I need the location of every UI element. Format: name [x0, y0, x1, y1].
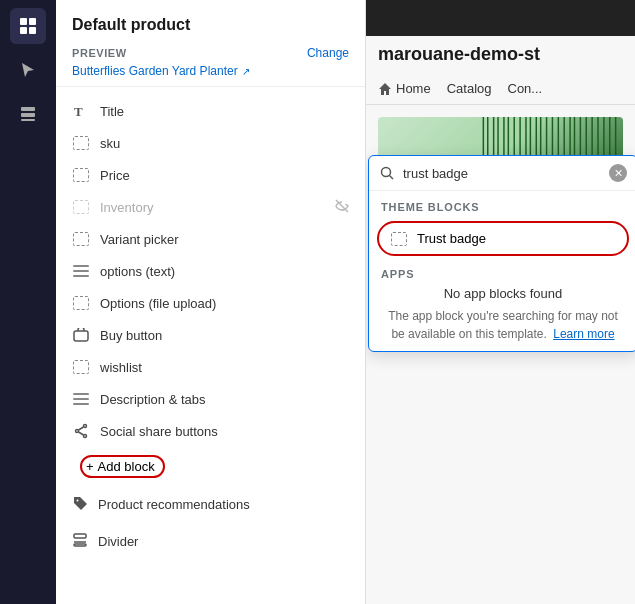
svg-line-12 [79, 427, 84, 430]
divider-icon [72, 532, 88, 551]
sidebar-title: Default product [72, 16, 349, 34]
list-item-wishlist[interactable]: wishlist [56, 351, 365, 383]
no-app-blocks-desc: The app block you're searching for may n… [381, 307, 625, 343]
svg-rect-15 [74, 534, 86, 538]
lines-icon-desc [72, 390, 90, 408]
svg-rect-2 [20, 27, 27, 34]
svg-point-43 [382, 168, 391, 177]
no-app-blocks-title: No app blocks found [381, 286, 625, 301]
buy-button-icon [72, 326, 90, 344]
search-input[interactable] [403, 166, 601, 181]
left-navigation [0, 0, 56, 604]
inventory-label: Inventory [100, 200, 153, 215]
section-item-divider[interactable]: Divider [56, 523, 365, 560]
svg-rect-5 [21, 113, 35, 117]
dashed-box-icon-file [72, 294, 90, 312]
nav-home[interactable]: Home [378, 81, 431, 96]
svg-line-13 [79, 432, 84, 435]
dashed-box-icon-price [72, 166, 90, 184]
list-item-sku[interactable]: sku [56, 127, 365, 159]
svg-text:T: T [74, 104, 83, 119]
search-overlay: ✕ THEME BLOCKS Trust badge APPS No app b… [368, 155, 635, 352]
sidebar-header: Default product PREVIEW Change Butterfli… [56, 0, 365, 87]
sku-label: sku [100, 136, 120, 151]
description-tabs-label: Description & tabs [100, 392, 206, 407]
section-item-product-recommendations[interactable]: Product recommendations [56, 486, 365, 523]
dashed-box-icon-sku [72, 134, 90, 152]
theme-blocks-label: THEME BLOCKS [369, 191, 635, 217]
apps-section-label: APPS [381, 268, 625, 280]
sidebar-list: T Title sku Price Inventory [56, 87, 365, 604]
product-name-text: Butterflies Garden Yard Planter [72, 64, 238, 78]
buy-button-label: Buy button [100, 328, 162, 343]
nav-home-label: Home [396, 81, 431, 96]
list-item-options-text[interactable]: options (text) [56, 255, 365, 287]
svg-point-9 [84, 425, 87, 428]
preview-topbar [366, 0, 635, 36]
apps-section: APPS No app blocks found The app block y… [369, 260, 635, 351]
list-item-price[interactable]: Price [56, 159, 365, 191]
trust-badge-label: Trust badge [417, 231, 486, 246]
nav-more[interactable]: Con... [508, 81, 543, 96]
change-link[interactable]: Change [307, 46, 349, 60]
preview-product-link[interactable]: Butterflies Garden Yard Planter ↗ [72, 64, 349, 78]
nav-catalog[interactable]: Catalog [447, 81, 492, 96]
list-item-social-share[interactable]: Social share buttons [56, 415, 365, 447]
trust-badge-item[interactable]: Trust badge [377, 221, 629, 256]
list-item-buy-button[interactable]: Buy button [56, 319, 365, 351]
variant-picker-label: Variant picker [100, 232, 179, 247]
svg-rect-0 [20, 18, 27, 25]
tag-icon [72, 495, 88, 514]
nav-icon-sections[interactable] [10, 96, 46, 132]
options-file-label: Options (file upload) [100, 296, 216, 311]
svg-point-14 [77, 500, 79, 502]
dashed-box-icon-variant [72, 230, 90, 248]
list-item-inventory[interactable]: Inventory [56, 191, 365, 223]
right-preview-panel: marouane-demo-st Home Catalog Con... [366, 0, 635, 604]
preview-navigation: Home Catalog Con... [366, 73, 635, 105]
add-block-label: Add block [98, 459, 155, 474]
preview-row: PREVIEW Change [72, 46, 349, 60]
dashed-box-icon-wishlist [72, 358, 90, 376]
svg-rect-17 [74, 544, 86, 546]
lines-icon-options [72, 262, 90, 280]
svg-point-10 [84, 435, 87, 438]
plus-circle-icon: + [86, 459, 94, 474]
share-icon [72, 422, 90, 440]
text-icon: T [72, 102, 90, 120]
hidden-icon [335, 199, 349, 216]
list-item-title[interactable]: T Title [56, 95, 365, 127]
search-box: ✕ [369, 156, 635, 191]
product-recommendations-label: Product recommendations [98, 497, 250, 512]
svg-line-44 [390, 176, 394, 180]
list-item-description[interactable]: Description & tabs [56, 383, 365, 415]
add-block-button[interactable]: + Add block [80, 455, 165, 478]
external-link-icon: ↗ [242, 66, 250, 77]
options-text-label: options (text) [100, 264, 175, 279]
svg-rect-6 [21, 119, 35, 121]
title-label: Title [100, 104, 124, 119]
svg-rect-1 [29, 18, 36, 25]
divider-label: Divider [98, 534, 138, 549]
social-share-label: Social share buttons [100, 424, 218, 439]
price-label: Price [100, 168, 130, 183]
list-item-variant-picker[interactable]: Variant picker [56, 223, 365, 255]
svg-rect-3 [29, 27, 36, 34]
add-block-wrap: + Add block [56, 447, 365, 486]
preview-store-name: marouane-demo-st [366, 36, 635, 73]
sidebar-panel: Default product PREVIEW Change Butterfli… [56, 0, 366, 604]
clear-search-icon[interactable]: ✕ [609, 164, 627, 182]
search-icon [379, 165, 395, 181]
list-item-options-file[interactable]: Options (file upload) [56, 287, 365, 319]
preview-label: PREVIEW [72, 47, 127, 59]
svg-rect-8 [74, 331, 88, 341]
dashed-box-icon-trust [391, 232, 407, 246]
nav-icon-cursor[interactable] [10, 52, 46, 88]
nav-icon-grid[interactable] [10, 8, 46, 44]
wishlist-label: wishlist [100, 360, 142, 375]
dashed-box-icon-inventory [72, 198, 90, 216]
svg-point-11 [76, 430, 79, 433]
learn-more-link[interactable]: Learn more [553, 327, 614, 341]
svg-rect-4 [21, 107, 35, 111]
